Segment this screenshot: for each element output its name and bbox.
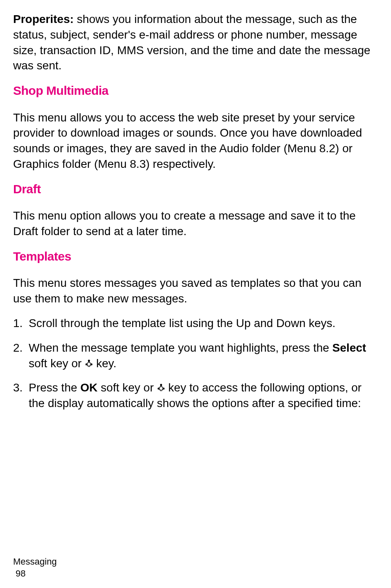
list-text: When the message template you want highl…	[29, 340, 378, 371]
list-text-mid: soft key or	[98, 381, 157, 394]
draft-body: This menu option allows you to create a …	[13, 208, 378, 239]
select-bold: Select	[332, 341, 366, 354]
list-text-end: key.	[93, 357, 116, 370]
draft-heading: Draft	[13, 181, 378, 198]
properties-label: Properites:	[13, 13, 74, 25]
key-icon	[157, 381, 165, 390]
svg-point-4	[157, 388, 159, 390]
templates-heading: Templates	[13, 248, 378, 265]
list-text-start: When the message template you want highl…	[29, 341, 332, 354]
svg-point-5	[162, 388, 164, 390]
list-number: 1.	[13, 316, 29, 331]
list-item: 2. When the message template you want hi…	[13, 340, 378, 371]
page-footer: Messaging 98	[13, 556, 57, 580]
chapter-label: Messaging	[13, 556, 57, 568]
properties-paragraph: Properites: shows you information about …	[13, 11, 378, 73]
svg-point-2	[90, 363, 92, 365]
list-number: 3.	[13, 380, 29, 411]
svg-point-3	[160, 384, 162, 386]
page-number: 98	[13, 567, 57, 580]
shop-multimedia-body: This menu allows you to access the web s…	[13, 110, 378, 172]
list-text: Press the OK soft key or key to access t…	[29, 380, 378, 411]
list-number: 2.	[13, 340, 29, 371]
list-text-mid: soft key or	[29, 357, 85, 370]
list-text-start: Press the	[29, 381, 80, 394]
templates-ordered-list: 1. Scroll through the template list usin…	[13, 316, 378, 411]
shop-multimedia-heading: Shop Multimedia	[13, 82, 378, 99]
ok-bold: OK	[80, 381, 98, 394]
templates-intro: This menu stores messages you saved as t…	[13, 275, 378, 307]
svg-point-1	[85, 363, 87, 365]
svg-point-0	[88, 359, 90, 361]
list-item: 1. Scroll through the template list usin…	[13, 316, 378, 331]
list-text: Scroll through the template list using t…	[29, 316, 378, 331]
list-item: 3. Press the OK soft key or key to acces…	[13, 380, 378, 411]
key-icon	[85, 357, 93, 366]
